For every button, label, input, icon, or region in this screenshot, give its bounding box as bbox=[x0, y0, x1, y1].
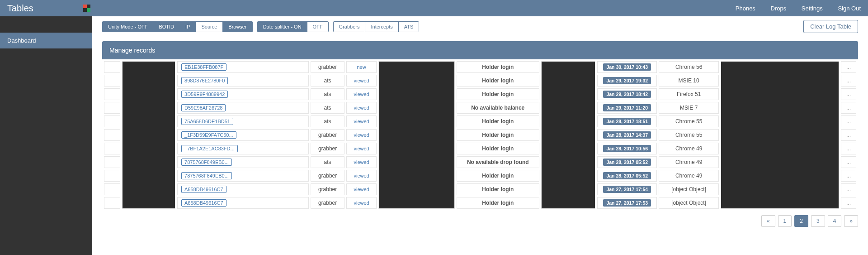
btn-browser[interactable]: Browser bbox=[222, 21, 252, 32]
btn-ip[interactable]: IP bbox=[179, 21, 195, 32]
browser-text: Firefox 51 bbox=[659, 88, 718, 100]
status-link[interactable]: viewed bbox=[354, 78, 369, 83]
status-link[interactable]: viewed bbox=[354, 119, 369, 124]
row-menu-button[interactable]: ... bbox=[841, 170, 856, 182]
browser-text: Chrome 55 bbox=[659, 115, 718, 127]
page-1[interactable]: 1 bbox=[778, 215, 792, 227]
record-status: viewed bbox=[346, 102, 377, 114]
row-selector[interactable] bbox=[104, 129, 120, 141]
record-type: ats bbox=[311, 115, 344, 127]
record-id-link[interactable]: 75A658D6DE1BD51 bbox=[181, 118, 233, 125]
holder-text: Holder login bbox=[457, 170, 539, 182]
row-selector[interactable] bbox=[104, 88, 120, 100]
status-link[interactable]: viewed bbox=[354, 105, 369, 111]
page-2[interactable]: 2 bbox=[794, 215, 808, 227]
nav-phones[interactable]: Phones bbox=[736, 5, 755, 12]
record-type: grabber bbox=[311, 197, 344, 209]
record-status: viewed bbox=[346, 129, 377, 141]
record-id-link[interactable]: _7BF1A2E1AC83FD... bbox=[181, 145, 238, 152]
row-selector[interactable] bbox=[104, 75, 120, 87]
status-link[interactable]: viewed bbox=[354, 132, 369, 138]
row-selector[interactable] bbox=[104, 156, 120, 168]
row-selector[interactable] bbox=[104, 115, 120, 127]
row-menu-button[interactable]: ... bbox=[841, 75, 856, 87]
status-link[interactable]: viewed bbox=[354, 173, 369, 178]
btn-date-splitter-off[interactable]: OFF bbox=[307, 21, 329, 32]
record-id-link[interactable]: 7875768F849EB0... bbox=[181, 159, 232, 166]
page-»[interactable]: » bbox=[844, 215, 858, 227]
status-link[interactable]: viewed bbox=[354, 200, 369, 206]
record-status: viewed bbox=[346, 75, 377, 87]
page-3[interactable]: 3 bbox=[811, 215, 825, 227]
row-selector[interactable] bbox=[104, 102, 120, 114]
row-menu-button[interactable]: ... bbox=[841, 88, 856, 100]
btn-botid[interactable]: BOTID bbox=[153, 21, 179, 32]
status-link[interactable]: viewed bbox=[354, 91, 369, 97]
svg-rect-0 bbox=[83, 5, 87, 8]
record-date-cell: Jan 28, 2017 14:37 bbox=[597, 129, 657, 141]
row-menu-button[interactable]: ... bbox=[841, 143, 856, 154]
record-id-cell: 3D59E9F4889942 bbox=[177, 88, 309, 100]
row-menu-button[interactable]: ... bbox=[841, 61, 856, 73]
toolbar: Unity Mode - OFF BOTID IP Source Browser… bbox=[102, 20, 858, 33]
row-menu-button[interactable]: ... bbox=[841, 197, 856, 209]
status-link[interactable]: viewed bbox=[354, 146, 369, 151]
nav-settings[interactable]: Settings bbox=[802, 5, 823, 12]
btn-ats[interactable]: ATS bbox=[398, 21, 420, 32]
holder-text: Holder login bbox=[457, 88, 539, 100]
row-menu-button[interactable]: ... bbox=[841, 183, 856, 195]
page-4[interactable]: 4 bbox=[828, 215, 842, 227]
date-badge: Jan 28, 2017 05:52 bbox=[603, 172, 651, 179]
record-id-link[interactable]: 898D876E2780F0 bbox=[181, 77, 228, 84]
row-selector[interactable] bbox=[104, 61, 120, 73]
record-type: grabber bbox=[311, 170, 344, 182]
record-id-link[interactable]: A658DB49616C7 bbox=[181, 199, 226, 207]
sidebar-item-dashboard[interactable]: Dashboard bbox=[0, 33, 92, 48]
record-id-link[interactable]: A658DB49616C7 bbox=[181, 186, 226, 193]
status-link[interactable]: new bbox=[357, 64, 366, 70]
record-date-cell: Jan 29, 2017 18:42 bbox=[597, 88, 657, 100]
record-id-link[interactable]: _1F3D59E9FA7C50... bbox=[181, 131, 236, 139]
row-selector[interactable] bbox=[104, 143, 120, 154]
clear-log-button[interactable]: Clear Log Table bbox=[803, 20, 858, 33]
row-menu-button[interactable]: ... bbox=[841, 156, 856, 168]
date-badge: Jan 29, 2017 19:32 bbox=[603, 77, 651, 84]
nav-drops[interactable]: Drops bbox=[770, 5, 786, 12]
date-badge: Jan 29, 2017 11:20 bbox=[603, 104, 651, 111]
redacted-block bbox=[721, 61, 839, 209]
status-link[interactable]: viewed bbox=[354, 159, 369, 165]
record-id-link[interactable]: 7875768F849EB0... bbox=[181, 172, 232, 179]
svg-rect-3 bbox=[87, 8, 90, 12]
browser-text: MSIE 7 bbox=[659, 102, 718, 114]
browser-text: Chrome 49 bbox=[659, 156, 718, 168]
row-selector[interactable] bbox=[104, 183, 120, 195]
row-selector[interactable] bbox=[104, 170, 120, 182]
record-date-cell: Jan 29, 2017 19:32 bbox=[597, 75, 657, 87]
record-id-link[interactable]: D59E98AF26728 bbox=[181, 104, 226, 111]
btn-date-splitter-on[interactable]: Date splitter - ON bbox=[257, 21, 307, 32]
record-id-cell: A658DB49616C7 bbox=[177, 183, 309, 195]
page-«[interactable]: « bbox=[761, 215, 775, 227]
btn-unity-mode[interactable]: Unity Mode - OFF bbox=[102, 21, 153, 32]
record-id-link[interactable]: 3D59E9F4889942 bbox=[181, 91, 228, 98]
date-badge: Jan 27, 2017 17:54 bbox=[603, 186, 651, 193]
btn-source[interactable]: Source bbox=[195, 21, 222, 32]
record-date-cell: Jan 28, 2017 05:52 bbox=[597, 156, 657, 168]
btn-intercepts[interactable]: Intercepts bbox=[365, 21, 398, 32]
status-link[interactable]: viewed bbox=[354, 187, 369, 192]
toolbar-group-2: Date splitter - ON OFF bbox=[257, 21, 329, 32]
holder-text: Holder login bbox=[457, 143, 539, 154]
row-menu-button[interactable]: ... bbox=[841, 102, 856, 114]
nav-signout[interactable]: Sign Out bbox=[838, 5, 861, 12]
row-selector[interactable] bbox=[104, 197, 120, 209]
btn-grabbers[interactable]: Grabbers bbox=[333, 21, 365, 32]
record-id-cell: D59E98AF26728 bbox=[177, 102, 309, 114]
row-menu-button[interactable]: ... bbox=[841, 115, 856, 127]
browser-text: MSIE 10 bbox=[659, 75, 718, 87]
record-date-cell: Jan 28, 2017 18:51 bbox=[597, 115, 657, 127]
top-nav: Phones Drops Settings Sign Out bbox=[722, 5, 861, 12]
holder-text: Holder login bbox=[457, 129, 539, 141]
row-menu-button[interactable]: ... bbox=[841, 129, 856, 141]
record-id-link[interactable]: EB1E38FFB087F bbox=[181, 63, 226, 71]
record-date-cell: Jan 30, 2017 10:43 bbox=[597, 61, 657, 73]
